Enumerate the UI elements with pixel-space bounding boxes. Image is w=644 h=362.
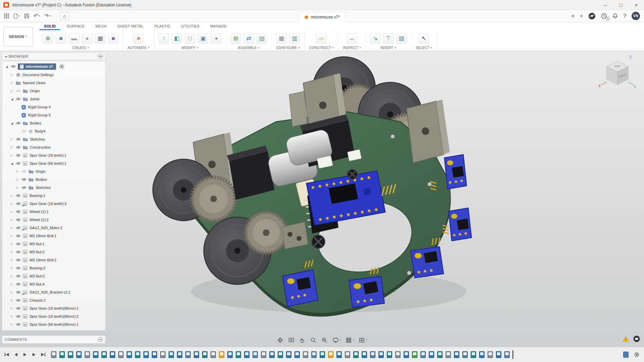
minimize-button[interactable]: – xyxy=(598,0,613,10)
tree-expand-arrow[interactable] xyxy=(10,242,14,246)
visibility-eye-icon[interactable] xyxy=(16,146,21,149)
automate-icon[interactable]: ∗ xyxy=(133,33,144,44)
browser-item[interactable]: M3 Nut:1 xyxy=(2,240,105,248)
browser-item[interactable]: Rigid Group 5 xyxy=(2,111,105,119)
browser-item[interactable]: Document Settings xyxy=(2,71,105,79)
joint-icon[interactable]: ⇄ xyxy=(243,33,254,44)
timeline-feature[interactable] xyxy=(244,351,249,358)
visibility-eye-icon[interactable] xyxy=(16,291,21,294)
timeline-feature[interactable] xyxy=(194,351,199,358)
save-button[interactable] xyxy=(24,13,29,18)
timeline-feature[interactable] xyxy=(85,351,90,358)
browser-item[interactable]: Construction xyxy=(2,143,105,151)
select-icon[interactable]: ↖ xyxy=(419,33,429,44)
active-component-chip[interactable]: micromouse v7 xyxy=(18,63,56,70)
visibility-eye-off-icon[interactable] xyxy=(21,130,27,133)
visibility-eye-icon[interactable] xyxy=(16,97,21,101)
tree-expand-arrow[interactable] xyxy=(10,315,14,318)
display-settings-button[interactable] xyxy=(331,336,342,344)
visibility-eye-off-icon[interactable] xyxy=(21,170,27,173)
timeline-feature[interactable] xyxy=(294,351,300,358)
timeline-zoom-handle[interactable] xyxy=(623,352,629,358)
visibility-eye-icon[interactable] xyxy=(16,266,21,270)
tree-collapse-arrow[interactable] xyxy=(10,162,14,165)
tree-expand-arrow[interactable] xyxy=(10,73,14,76)
browser-item[interactable]: M3 Nut:2 xyxy=(2,248,105,256)
configure-icon[interactable]: ▦ xyxy=(276,33,287,44)
timeline-feature[interactable] xyxy=(135,351,140,358)
timeline-feature[interactable] xyxy=(143,351,149,358)
timeline-feature[interactable] xyxy=(362,351,367,358)
rectangular-pattern-icon[interactable]: ▦ xyxy=(95,33,105,44)
browser-item[interactable]: Sketches xyxy=(2,184,105,192)
workspace-switcher[interactable]: DESIGN xyxy=(3,27,33,46)
tree-expand-arrow[interactable] xyxy=(16,186,19,189)
help-button[interactable]: ? xyxy=(623,13,626,19)
extensions-icon[interactable] xyxy=(588,12,596,20)
insert-canvas-icon[interactable]: ▨ xyxy=(396,33,407,44)
browser-root-row[interactable]: micromouse v7 xyxy=(2,62,105,71)
ribbon-group-label-configure[interactable]: CONFIGURE xyxy=(276,45,300,50)
browser-item[interactable]: GA12_N20_Bracket v1:1 xyxy=(2,288,105,296)
tree-expand-arrow[interactable] xyxy=(10,89,14,93)
create-box-icon[interactable]: ■ xyxy=(56,33,66,44)
assistant-chat-icon[interactable] xyxy=(633,335,640,344)
orbit-button[interactable] xyxy=(275,336,285,344)
close-tab-button[interactable]: × xyxy=(571,13,574,19)
timeline-feature[interactable] xyxy=(320,351,325,358)
browser-item[interactable]: Bodies xyxy=(2,175,105,184)
press-pull-icon[interactable]: ↑ xyxy=(158,33,169,44)
browser-item[interactable]: Spur Gear (16 teeth)(Mirror):1 xyxy=(2,304,105,312)
visibility-eye-off-icon[interactable] xyxy=(16,89,21,93)
browser-item[interactable]: Wheel (1):1 xyxy=(2,208,105,216)
visibility-eye-icon[interactable] xyxy=(16,307,21,310)
timeline-settings-gear-icon[interactable] xyxy=(633,351,641,359)
tree-expand-arrow[interactable] xyxy=(10,194,14,197)
tree-expand-arrow[interactable] xyxy=(10,154,14,157)
insert-derive-icon[interactable]: ↘ xyxy=(370,33,380,44)
timeline-feature[interactable] xyxy=(454,351,459,358)
fit-button[interactable] xyxy=(320,336,329,344)
grid-settings-button[interactable] xyxy=(344,336,355,344)
tree-expand-arrow[interactable] xyxy=(10,146,14,149)
visibility-eye-icon[interactable] xyxy=(16,138,21,141)
tree-expand-arrow[interactable] xyxy=(10,234,14,238)
browser-item[interactable]: Sketches xyxy=(2,135,105,143)
visibility-eye-icon[interactable] xyxy=(16,234,21,238)
timeline-feature[interactable] xyxy=(160,351,166,358)
panel-minimize-icon[interactable] xyxy=(98,337,103,342)
tree-expand-arrow[interactable] xyxy=(10,274,14,278)
go-to-end-button[interactable] xyxy=(40,351,46,358)
step-backward-button[interactable] xyxy=(12,351,19,358)
look-at-button[interactable] xyxy=(286,336,296,344)
timeline-feature[interactable] xyxy=(236,351,241,358)
browser-item[interactable]: Chassis:1 xyxy=(2,296,105,304)
viewports-button[interactable] xyxy=(357,336,369,344)
timeline-feature[interactable] xyxy=(311,351,317,358)
as-built-joint-icon[interactable]: ▤ xyxy=(257,33,267,44)
browser-item[interactable]: GA12_N20_Motor:2 xyxy=(2,224,105,232)
activate-component-radio[interactable] xyxy=(59,64,64,69)
timeline-feature[interactable] xyxy=(412,351,417,358)
move-copy-icon[interactable]: + xyxy=(211,33,221,44)
ribbon-group-label-modify[interactable]: MODIFY xyxy=(158,45,221,50)
tree-expand-arrow[interactable] xyxy=(10,299,14,302)
tree-collapse-arrow[interactable] xyxy=(5,65,9,68)
browser-item[interactable]: Rigid Group 4 xyxy=(2,103,105,111)
browser-item[interactable]: Named Views xyxy=(2,79,105,87)
notifications-bell-icon[interactable] xyxy=(612,13,618,19)
timeline-feature[interactable] xyxy=(404,351,409,358)
browser-item[interactable]: Spur Gear (56 teeth)(Mirror):1 xyxy=(2,320,105,328)
undo-button[interactable]: ↶ xyxy=(34,13,40,19)
tree-expand-arrow[interactable] xyxy=(16,178,19,181)
visibility-eye-icon[interactable] xyxy=(11,65,16,68)
timeline-feature[interactable] xyxy=(227,351,233,358)
browser-item[interactable]: Origin xyxy=(2,87,105,95)
tree-expand-arrow[interactable] xyxy=(10,323,14,326)
browser-item[interactable]: Joints xyxy=(2,95,105,103)
timeline-feature[interactable] xyxy=(437,351,443,358)
ribbon-tab-mesh[interactable]: MESH xyxy=(91,23,111,30)
pan-button[interactable] xyxy=(297,336,307,344)
ribbon-group-label-select[interactable]: SELECT xyxy=(416,45,432,50)
comments-panel[interactable]: COMMENTS xyxy=(2,335,105,344)
